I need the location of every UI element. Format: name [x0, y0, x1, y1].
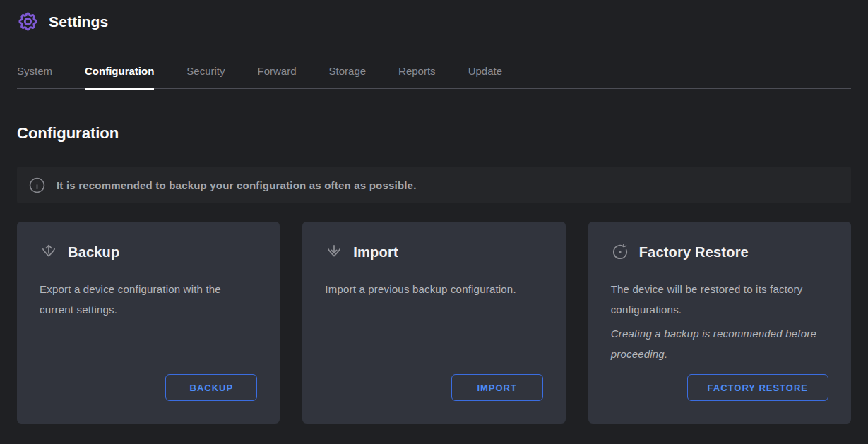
card-title: Factory Restore: [639, 244, 749, 260]
tab-configuration[interactable]: Configuration: [85, 65, 154, 90]
tab-bar: System Configuration Security Forward St…: [17, 65, 851, 89]
card-backup-header: Backup: [40, 243, 257, 261]
app-header: Settings: [0, 0, 868, 32]
card-import: Import Import a previous backup configur…: [302, 222, 565, 424]
factory-restore-button[interactable]: FACTORY RESTORE: [687, 374, 828, 401]
card-title: Import: [353, 244, 398, 260]
card-factory-restore: Factory Restore The device will be resto…: [588, 222, 851, 424]
tab-reports[interactable]: Reports: [398, 65, 436, 88]
cards-row: Backup Export a device configuration wit…: [17, 222, 851, 424]
card-factory-restore-header: Factory Restore: [611, 243, 828, 261]
card-backup: Backup Export a device configuration wit…: [17, 222, 280, 424]
tab-system[interactable]: System: [17, 65, 52, 88]
tab-forward[interactable]: Forward: [258, 65, 297, 88]
info-icon: [29, 177, 45, 193]
info-banner-text: It is recommended to backup your configu…: [57, 179, 417, 191]
upload-tray-icon: [40, 243, 58, 261]
card-note: Creating a backup is recommended before …: [611, 324, 828, 364]
tab-update[interactable]: Update: [468, 65, 502, 88]
card-description: Import a previous backup configuration.: [325, 280, 542, 300]
page-title: Configuration: [17, 124, 851, 143]
card-title: Backup: [68, 244, 119, 260]
info-banner: It is recommended to backup your configu…: [17, 167, 851, 203]
import-button[interactable]: IMPORT: [451, 374, 543, 401]
restore-timer-icon: [611, 243, 629, 261]
tab-security[interactable]: Security: [186, 65, 225, 88]
card-import-header: Import: [325, 243, 542, 261]
card-description: Export a device configuration with the c…: [40, 280, 257, 320]
download-tray-icon: [325, 243, 343, 261]
app-title: Settings: [49, 13, 108, 30]
card-description: The device will be restored to its facto…: [611, 280, 828, 320]
backup-button[interactable]: BACKUP: [165, 374, 257, 401]
gear-icon: [17, 11, 39, 32]
tab-storage[interactable]: Storage: [329, 65, 367, 88]
